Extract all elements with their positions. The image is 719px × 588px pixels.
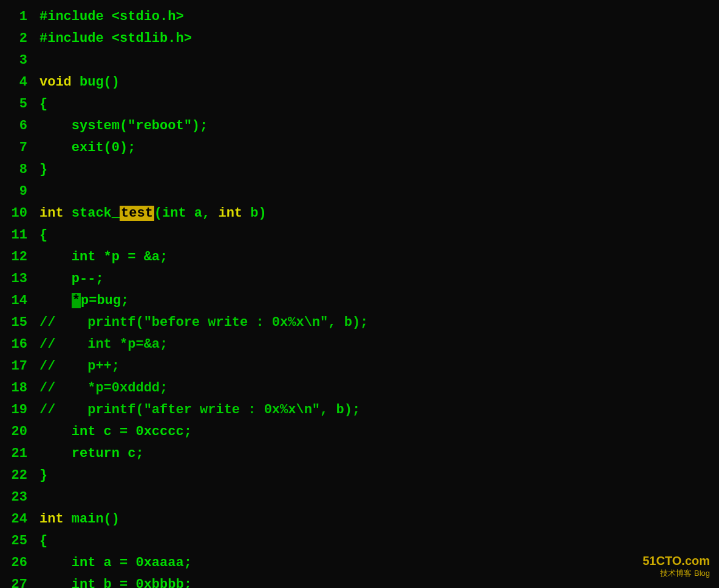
- code-editor: 1#include <stdio.h>2#include <stdlib.h>3…: [0, 0, 719, 588]
- line-content: {: [39, 93, 47, 115]
- line-content: exit(0);: [39, 137, 135, 159]
- code-token: {: [39, 96, 47, 112]
- line-number: 3: [6, 50, 27, 72]
- line-number: 14: [6, 290, 27, 312]
- line-number: 23: [6, 487, 27, 509]
- code-line: 5{: [0, 93, 719, 115]
- line-content: int b = 0xbbbb;: [39, 574, 192, 588]
- line-content: }: [39, 465, 47, 487]
- watermark-subtitle: 技术博客 Blog: [642, 568, 710, 579]
- line-number: 22: [6, 465, 27, 487]
- line-content: int *p = &a;: [39, 246, 168, 268]
- code-token: }: [39, 162, 47, 177]
- line-number: 11: [6, 225, 27, 246]
- code-token: // printf("after write : 0x%x\n", b);: [39, 402, 360, 417]
- code-line: 9: [0, 181, 719, 203]
- line-content: // int *p=&a;: [39, 334, 168, 356]
- code-token: p--;: [39, 271, 104, 286]
- code-token: #include <stdlib.h>: [39, 31, 192, 46]
- code-token: (int a,: [154, 206, 219, 221]
- line-number: 16: [6, 334, 27, 356]
- code-token: {: [39, 533, 47, 549]
- code-token: // p++;: [39, 359, 120, 374]
- code-token: system("reboot");: [39, 118, 208, 133]
- code-line: 12 int *p = &a;: [0, 246, 719, 268]
- line-content: {: [39, 530, 47, 552]
- code-line: 24int main(): [0, 509, 719, 530]
- line-number: 21: [6, 443, 27, 465]
- code-line: 23: [0, 487, 719, 509]
- line-content: int main(): [39, 509, 120, 530]
- code-line: 6 system("reboot");: [0, 115, 719, 137]
- line-content: }: [39, 159, 47, 181]
- code-token: bug(): [80, 75, 120, 90]
- code-token: [39, 293, 72, 308]
- line-number: 1: [6, 6, 27, 28]
- code-token: int c = 0xcccc;: [39, 424, 192, 439]
- code-token: // int *p=&a;: [39, 337, 168, 352]
- code-token: // *p=0xdddd;: [39, 380, 168, 396]
- line-number: 19: [6, 399, 27, 421]
- code-line: 21 return c;: [0, 443, 719, 465]
- line-number: 26: [6, 552, 27, 574]
- line-content: system("reboot");: [39, 115, 208, 137]
- line-number: 27: [6, 574, 27, 588]
- line-number: 4: [6, 72, 27, 93]
- highlighted-token: test: [120, 206, 154, 221]
- line-content: #include <stdlib.h>: [39, 28, 192, 50]
- line-number: 20: [6, 421, 27, 443]
- watermark: 51CTO.com 技术博客 Blog: [642, 554, 710, 579]
- code-line: 1#include <stdio.h>: [0, 6, 719, 28]
- code-line: 25{: [0, 530, 719, 552]
- code-token: int *p = &a;: [39, 249, 168, 265]
- code-line: 27 int b = 0xbbbb;: [0, 574, 719, 588]
- code-token: stack_: [64, 206, 120, 221]
- watermark-site: 51CTO.com: [642, 554, 710, 568]
- code-token: int: [39, 206, 64, 221]
- highlighted-token: *: [72, 293, 81, 308]
- code-token: {: [39, 228, 47, 243]
- code-line: 17// p++;: [0, 356, 719, 377]
- code-token: int: [39, 512, 64, 527]
- code-token: exit(0);: [39, 140, 135, 155]
- code-token: int b = 0xbbbb;: [39, 577, 192, 588]
- line-number: 10: [6, 203, 27, 225]
- code-line: 11{: [0, 225, 719, 246]
- code-token: main(): [64, 512, 120, 527]
- line-content: #include <stdio.h>: [39, 6, 184, 28]
- line-number: 24: [6, 509, 27, 530]
- code-line: 10int stack_test(int a, int b): [0, 203, 719, 225]
- code-token: // printf("before write : 0x%x\n", b);: [39, 315, 368, 330]
- line-content: int c = 0xcccc;: [39, 421, 192, 443]
- line-number: 5: [6, 93, 27, 115]
- code-line: 3: [0, 50, 719, 72]
- line-content: // p++;: [39, 356, 120, 377]
- code-content: 1#include <stdio.h>2#include <stdlib.h>3…: [0, 6, 719, 588]
- code-token: #include <stdio.h>: [39, 9, 184, 24]
- line-number: 18: [6, 377, 27, 399]
- code-line: 2#include <stdlib.h>: [0, 28, 719, 50]
- line-content: p--;: [39, 268, 104, 290]
- code-line: 14 *p=bug;: [0, 290, 719, 312]
- line-content: int a = 0xaaaa;: [39, 552, 192, 574]
- code-token: [72, 75, 80, 90]
- code-token: int: [218, 206, 242, 221]
- line-number: 25: [6, 530, 27, 552]
- code-line: 8}: [0, 159, 719, 181]
- code-line: 7 exit(0);: [0, 137, 719, 159]
- line-content: // printf("after write : 0x%x\n", b);: [39, 399, 360, 421]
- code-token: int a = 0xaaaa;: [39, 555, 192, 570]
- code-token: return c;: [39, 446, 144, 461]
- code-token: p=bug;: [81, 293, 129, 308]
- code-line: 15// printf("before write : 0x%x\n", b);: [0, 312, 719, 334]
- code-token: }: [39, 468, 47, 483]
- line-number: 2: [6, 28, 27, 50]
- line-number: 13: [6, 268, 27, 290]
- line-content: {: [39, 225, 47, 246]
- line-number: 6: [6, 115, 27, 137]
- line-number: 17: [6, 356, 27, 377]
- line-content: int stack_test(int a, int b): [39, 203, 267, 225]
- line-content: return c;: [39, 443, 144, 465]
- line-content: // *p=0xdddd;: [39, 377, 168, 399]
- code-line: 4void bug(): [0, 72, 719, 93]
